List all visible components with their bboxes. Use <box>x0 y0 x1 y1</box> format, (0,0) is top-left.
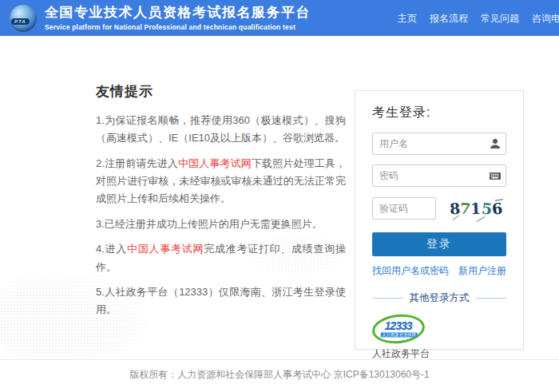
logo-12333-number: 12333 <box>385 320 412 331</box>
password-input[interactable] <box>372 164 506 187</box>
username-field-wrap <box>372 133 506 155</box>
tip-text: 2.注册前请先进入 <box>96 157 178 169</box>
tip-text: 3.已经注册并成功上传照片的用户无需更换照片。 <box>96 218 323 230</box>
captcha-digit: 1 <box>470 200 482 216</box>
tip-item-2: 2.注册前请先进入中国人事考试网下载照片处理工具，对照片进行审核，未经审核或审核… <box>96 155 346 208</box>
nav-home[interactable]: 主页 <box>398 12 417 26</box>
logo-text: PTA <box>11 18 30 25</box>
login-title: 考生登录: <box>372 105 506 121</box>
keyboard-icon <box>489 169 502 182</box>
captcha-input[interactable] <box>372 197 436 220</box>
tip-item-4: 4.进入中国人事考试网完成准考证打印、成绩查询操作。 <box>96 240 346 276</box>
page-subtitle: Service platform for National Profession… <box>45 23 311 31</box>
tip-item-3: 3.已经注册并成功上传照片的用户无需更换照片。 <box>96 216 346 233</box>
tip-text: 4.进入 <box>96 243 127 255</box>
header-titles: 全国专业技术人员资格考试报名服务平台 Service platform for … <box>45 5 311 30</box>
logo-12333-banner: 人力资源 社会保障 <box>381 332 418 337</box>
cpta-website-link[interactable]: 中国人事考试网 <box>178 157 252 169</box>
hr-gov-12333-login[interactable]: 12333 人力资源 社会保障 <box>372 315 428 343</box>
login-button[interactable]: 登录 <box>372 232 506 256</box>
nav-faq[interactable]: 常见问题 <box>481 12 519 26</box>
footer-divider <box>0 359 559 360</box>
captcha-noise <box>477 216 486 222</box>
username-input[interactable] <box>372 133 506 155</box>
logo-12333-icon: 12333 人力资源 社会保障 <box>371 312 426 346</box>
nav-consult-phone[interactable]: 咨询电话 <box>532 12 559 26</box>
cpta-website-link[interactable]: 中国人事考试网 <box>127 243 204 255</box>
top-nav: 主页 报名流程 常见问题 咨询电话 <box>398 12 559 26</box>
login-card: 考生登录: 8 7 1 5 6 登录 <box>355 90 524 350</box>
other-login-label: 其他登录方式 <box>410 291 470 305</box>
nav-registration-process[interactable]: 报名流程 <box>430 12 468 26</box>
login-links: 找回用户名或密码 新用户注册 <box>372 264 506 278</box>
tip-text: 1.为保证报名顺畅，推荐使用360（极速模式）、搜狗（高速模式）、IE（IE10… <box>96 114 346 144</box>
tips-section: 友情提示 1.为保证报名顺畅，推荐使用360（极速模式）、搜狗（高速模式）、IE… <box>96 82 346 327</box>
captcha-row: 8 7 1 5 6 <box>372 196 506 220</box>
app-header: PTA 全国专业技术人员资格考试报名服务平台 Service platform … <box>0 0 559 36</box>
new-user-register-link[interactable]: 新用户注册 <box>458 264 506 278</box>
password-field-wrap <box>372 164 506 187</box>
user-icon <box>489 137 502 150</box>
forgot-credentials-link[interactable]: 找回用户名或密码 <box>372 264 449 278</box>
tips-title: 友情提示 <box>96 82 346 101</box>
footer: 版权所有：人力资源和社会保障部人事考试中心 京ICP备13013060号-1 <box>0 368 559 382</box>
tip-item-5: 5.人社政务平台（12333）仅限海南、浙江考生登录使用。 <box>96 283 346 319</box>
tip-text: 5.人社政务平台（12333）仅限海南、浙江考生登录使用。 <box>96 286 346 315</box>
page: PTA 全国专业技术人员资格考试报名服务平台 Service platform … <box>0 0 559 392</box>
other-login-divider: 其他登录方式 <box>372 291 506 305</box>
page-title: 全国专业技术人员资格考试报名服务平台 <box>45 5 311 21</box>
tip-item-1: 1.为保证报名顺畅，推荐使用360（极速模式）、搜狗（高速模式）、IE（IE10… <box>96 112 346 148</box>
divider-line <box>476 298 507 299</box>
platform-logo: PTA <box>10 5 37 32</box>
captcha-digit: 6 <box>491 200 503 216</box>
divider-line <box>372 298 403 299</box>
captcha-image[interactable]: 8 7 1 5 6 <box>446 196 506 220</box>
copyright-text: 版权所有：人力资源和社会保障部人事考试中心 京ICP备13013060号-1 <box>129 369 429 380</box>
